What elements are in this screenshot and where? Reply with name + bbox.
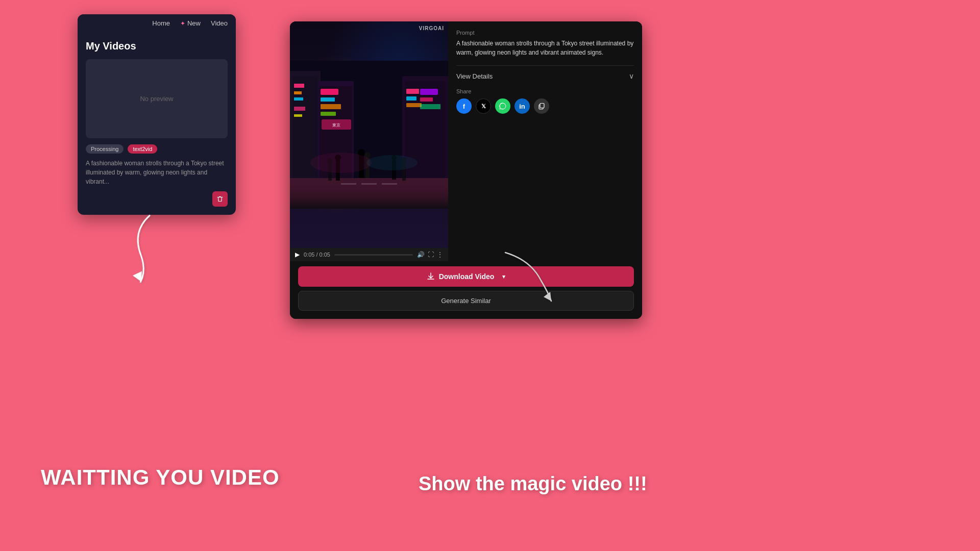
svg-text:東京: 東京 <box>332 123 340 128</box>
panel-content: My Videos No preview Processing text2vid… <box>78 32 236 215</box>
svg-rect-18 <box>406 89 419 94</box>
svg-rect-22 <box>420 97 433 102</box>
video-description: A fashionable woman strolls through a To… <box>86 159 228 186</box>
download-icon <box>427 272 435 281</box>
svg-rect-41 <box>361 183 377 185</box>
svg-rect-23 <box>420 104 440 109</box>
chevron-down-icon: ∨ <box>629 72 634 80</box>
share-linkedin-button[interactable]: in <box>514 98 530 114</box>
svg-rect-13 <box>321 112 336 116</box>
delete-button[interactable] <box>212 191 228 207</box>
svg-rect-20 <box>406 103 422 107</box>
video-thumbnail: 東京 <box>290 21 448 248</box>
share-facebook-button[interactable]: f <box>456 98 472 114</box>
download-video-button[interactable]: Download Video ▾ <box>298 266 634 287</box>
svg-rect-19 <box>406 96 416 101</box>
nav-video[interactable]: Video <box>211 19 228 27</box>
view-details-row[interactable]: View Details ∨ <box>456 65 634 80</box>
svg-point-38 <box>310 153 372 173</box>
share-icons: f 𝕏 in <box>456 98 634 114</box>
tokyo-scene-svg: 東京 <box>290 61 448 209</box>
my-videos-title: My Videos <box>86 40 228 52</box>
time-display: 0:05 / 0:05 <box>304 252 330 258</box>
nav-bar: Home ✦ New Video <box>78 14 236 32</box>
annotation-left: WAITTING YOU VIDEO <box>41 465 280 490</box>
svg-rect-7 <box>294 114 302 117</box>
svg-rect-12 <box>321 104 341 109</box>
nav-new[interactable]: ✦ New <box>180 19 201 27</box>
play-button[interactable]: ▶ <box>295 251 300 258</box>
svg-rect-42 <box>382 183 397 185</box>
control-icons: 🔊 ⛶ ⋮ <box>417 251 443 258</box>
badge-row: Processing text2vid <box>86 144 228 154</box>
svg-rect-10 <box>321 89 338 95</box>
arrow-left-svg <box>119 211 172 289</box>
prompt-text: A fashionable woman strolls through a To… <box>456 39 634 57</box>
generate-similar-button[interactable]: Generate Similar <box>298 291 634 311</box>
svg-point-39 <box>366 155 418 170</box>
video-controls: ▶ 0:05 / 0:05 🔊 ⛶ ⋮ <box>290 248 448 261</box>
video-thumb-inner: 東京 <box>290 21 448 248</box>
svg-rect-4 <box>294 91 302 94</box>
svg-rect-21 <box>420 89 438 95</box>
progress-bar[interactable] <box>334 254 413 256</box>
arrow-right-svg <box>495 250 556 306</box>
svg-rect-40 <box>341 183 356 185</box>
nav-home[interactable]: Home <box>152 19 170 27</box>
copy-link-button[interactable] <box>534 98 549 114</box>
badge-text2vid: text2vid <box>128 144 157 154</box>
badge-processing: Processing <box>86 144 124 154</box>
whatsapp-icon <box>499 102 507 110</box>
video-preview-placeholder: No preview <box>86 59 228 138</box>
info-section: Prompt A fashionable woman strolls throu… <box>448 21 642 261</box>
volume-button[interactable]: 🔊 <box>417 251 425 258</box>
svg-rect-5 <box>294 97 303 101</box>
prompt-label: Prompt <box>456 30 634 36</box>
left-panel: Home ✦ New Video My Videos No preview Pr… <box>78 14 236 215</box>
no-preview-text: No preview <box>140 95 173 103</box>
watermark: VIRGOAI <box>419 26 444 31</box>
svg-rect-25 <box>290 178 448 209</box>
more-options-button[interactable]: ⋮ <box>437 251 443 258</box>
svg-rect-11 <box>321 97 335 102</box>
right-panel-inner: 東京 <box>290 21 642 261</box>
annotation-right: Show the magic video !!! <box>419 473 647 495</box>
delete-btn-row <box>86 191 228 207</box>
svg-rect-6 <box>294 107 305 111</box>
video-section: 東京 <box>290 21 448 261</box>
view-details-text: View Details <box>456 72 493 80</box>
arrow-left <box>119 211 172 291</box>
trash-icon <box>216 195 224 203</box>
share-whatsapp-button[interactable] <box>495 98 510 114</box>
svg-rect-3 <box>294 84 304 88</box>
action-buttons: Download Video ▾ Generate Similar <box>290 261 642 319</box>
arrow-right <box>495 250 556 308</box>
right-panel: 東京 <box>290 21 642 319</box>
share-x-button[interactable]: 𝕏 <box>476 98 491 114</box>
sparkle-icon: ✦ <box>180 20 185 27</box>
fullscreen-button[interactable]: ⛶ <box>428 251 434 258</box>
share-label: Share <box>456 88 634 94</box>
copy-icon <box>538 103 545 110</box>
svg-rect-44 <box>540 104 544 108</box>
